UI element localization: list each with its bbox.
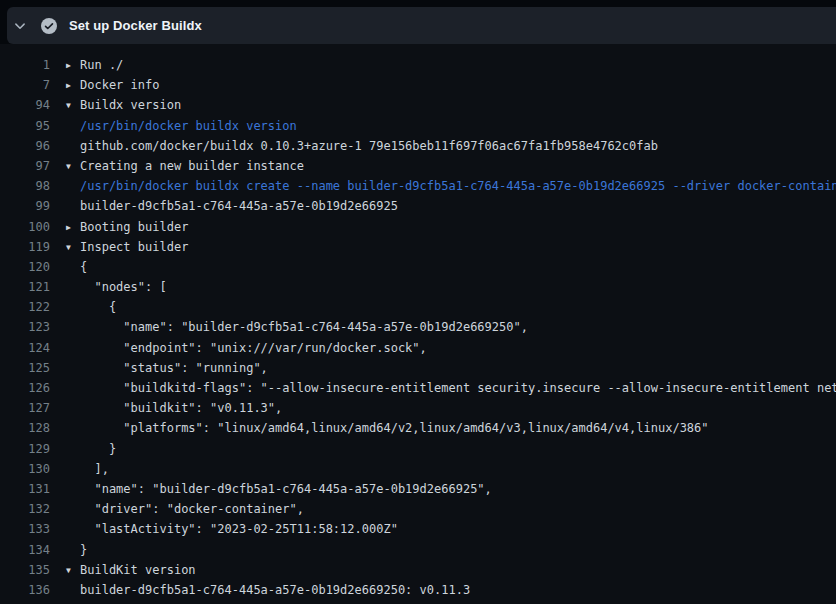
output-text: "driver": "docker-container", <box>80 502 304 516</box>
line-content: "buildkit": "v0.11.3", <box>66 398 282 418</box>
line-number[interactable]: 100 <box>0 217 50 237</box>
log-line: 133 "lastActivity": "2023-02-25T11:58:12… <box>0 519 836 539</box>
line-number[interactable]: 119 <box>0 237 50 257</box>
output-text: "buildkitd-flags": "--allow-insecure-ent… <box>80 381 836 395</box>
line-number[interactable]: 7 <box>0 75 50 95</box>
disclosure-expanded-icon[interactable]: ▼ <box>66 238 80 257</box>
disclosure-expanded-icon[interactable]: ▼ <box>66 96 80 115</box>
log-group-line: 94 ▼Buildx version <box>0 95 836 115</box>
group-toggle[interactable]: ▶Booting builder <box>66 217 188 237</box>
line-content: "status": "running", <box>66 358 268 378</box>
log-line: 99 builder-d9cfb5a1-c764-445a-a57e-0b19d… <box>0 196 836 216</box>
group-toggle[interactable]: ▼Inspect builder <box>66 237 188 257</box>
log-line: 96 github.com/docker/buildx 0.10.3+azure… <box>0 136 836 156</box>
line-number[interactable]: 136 <box>0 580 50 600</box>
line-number[interactable]: 121 <box>0 277 50 297</box>
group-label[interactable]: BuildKit version <box>80 563 196 577</box>
output-text: } <box>80 442 116 456</box>
log-group-line: 119 ▼Inspect builder <box>0 237 836 257</box>
output-text: "name": "builder-d9cfb5a1-c764-445a-a57e… <box>80 320 528 334</box>
line-number[interactable]: 125 <box>0 358 50 378</box>
line-number[interactable]: 133 <box>0 519 50 539</box>
output-text: "lastActivity": "2023-02-25T11:58:12.000… <box>80 522 398 536</box>
log-line: 134 } <box>0 540 836 560</box>
output-text: builder-d9cfb5a1-c764-445a-a57e-0b19d2e6… <box>80 583 470 597</box>
output-text: { <box>80 300 116 314</box>
log-line: 132 "driver": "docker-container", <box>0 499 836 519</box>
output-text: "platforms": "linux/amd64,linux/amd64/v2… <box>80 421 709 435</box>
group-toggle[interactable]: ▶Docker info <box>66 75 159 95</box>
log-group-line: 100 ▶Booting builder <box>0 217 836 237</box>
output-text: } <box>80 543 87 557</box>
line-number[interactable]: 130 <box>0 459 50 479</box>
disclosure-collapsed-icon[interactable]: ▶ <box>66 56 80 75</box>
line-content: builder-d9cfb5a1-c764-445a-a57e-0b19d2e6… <box>66 196 398 216</box>
step-header[interactable]: Set up Docker Buildx <box>7 7 836 44</box>
line-number[interactable]: 128 <box>0 418 50 438</box>
log-line: 125 "status": "running", <box>0 358 836 378</box>
line-number[interactable]: 131 <box>0 479 50 499</box>
log-group-line: 7 ▶Docker info <box>0 75 836 95</box>
log-line: 123 "name": "builder-d9cfb5a1-c764-445a-… <box>0 317 836 337</box>
disclosure-expanded-icon[interactable]: ▼ <box>66 157 80 176</box>
line-content: builder-d9cfb5a1-c764-445a-a57e-0b19d2e6… <box>66 580 470 600</box>
log-line: 136 builder-d9cfb5a1-c764-445a-a57e-0b19… <box>0 580 836 600</box>
line-number[interactable]: 135 <box>0 560 50 580</box>
line-content: "name": "builder-d9cfb5a1-c764-445a-a57e… <box>66 317 528 337</box>
line-content: /usr/bin/docker buildx create --name bui… <box>66 176 836 196</box>
log-line: 122 { <box>0 297 836 317</box>
log-group-line: 135 ▼BuildKit version <box>0 560 836 580</box>
output-text: ], <box>80 462 109 476</box>
log-line: 131 "name": "builder-d9cfb5a1-c764-445a-… <box>0 479 836 499</box>
line-number[interactable]: 124 <box>0 338 50 358</box>
log-line: 95 /usr/bin/docker buildx version <box>0 116 836 136</box>
group-label[interactable]: Booting builder <box>80 220 188 234</box>
line-number[interactable]: 127 <box>0 398 50 418</box>
group-toggle[interactable]: ▶Run ./ <box>66 55 123 75</box>
line-content: "buildkitd-flags": "--allow-insecure-ent… <box>66 378 836 398</box>
line-number[interactable]: 134 <box>0 540 50 560</box>
output-text: github.com/docker/buildx 0.10.3+azure-1 … <box>80 139 658 153</box>
log-line: 130 ], <box>0 459 836 479</box>
line-number[interactable]: 129 <box>0 439 50 459</box>
line-number[interactable]: 96 <box>0 136 50 156</box>
line-number[interactable]: 94 <box>0 95 50 115</box>
log-group-line: 97 ▼Creating a new builder instance <box>0 156 836 176</box>
line-number[interactable]: 97 <box>0 156 50 176</box>
group-label[interactable]: Docker info <box>80 78 159 92</box>
line-number[interactable]: 99 <box>0 196 50 216</box>
disclosure-collapsed-icon[interactable]: ▶ <box>66 218 80 237</box>
line-number[interactable]: 95 <box>0 116 50 136</box>
line-number[interactable]: 120 <box>0 257 50 277</box>
line-number[interactable]: 122 <box>0 297 50 317</box>
output-text: { <box>80 260 87 274</box>
line-content: "nodes": [ <box>66 277 167 297</box>
log-line: 129 } <box>0 439 836 459</box>
line-content: "endpoint": "unix:///var/run/docker.sock… <box>66 338 427 358</box>
line-content: ], <box>66 459 109 479</box>
group-label[interactable]: Inspect builder <box>80 240 188 254</box>
line-number[interactable]: 1 <box>0 55 50 75</box>
output-text: "status": "running", <box>80 361 268 375</box>
output-text: "endpoint": "unix:///var/run/docker.sock… <box>80 341 427 355</box>
group-toggle[interactable]: ▼Buildx version <box>66 95 181 115</box>
chevron-down-icon[interactable] <box>7 7 33 44</box>
line-content: "lastActivity": "2023-02-25T11:58:12.000… <box>66 519 398 539</box>
output-text: builder-d9cfb5a1-c764-445a-a57e-0b19d2e6… <box>80 199 398 213</box>
line-number[interactable]: 126 <box>0 378 50 398</box>
line-number[interactable]: 123 <box>0 317 50 337</box>
line-content: } <box>66 540 87 560</box>
group-label[interactable]: Creating a new builder instance <box>80 159 304 173</box>
line-content: { <box>66 257 87 277</box>
disclosure-collapsed-icon[interactable]: ▶ <box>66 76 80 95</box>
group-toggle[interactable]: ▼BuildKit version <box>66 560 196 580</box>
line-number[interactable]: 98 <box>0 176 50 196</box>
group-label[interactable]: Run ./ <box>80 58 123 72</box>
command-text: /usr/bin/docker buildx create --name bui… <box>80 179 836 193</box>
log-line: 98 /usr/bin/docker buildx create --name … <box>0 176 836 196</box>
group-label[interactable]: Buildx version <box>80 98 181 112</box>
disclosure-expanded-icon[interactable]: ▼ <box>66 561 80 580</box>
line-number[interactable]: 132 <box>0 499 50 519</box>
group-toggle[interactable]: ▼Creating a new builder instance <box>66 156 304 176</box>
log-line: 127 "buildkit": "v0.11.3", <box>0 398 836 418</box>
